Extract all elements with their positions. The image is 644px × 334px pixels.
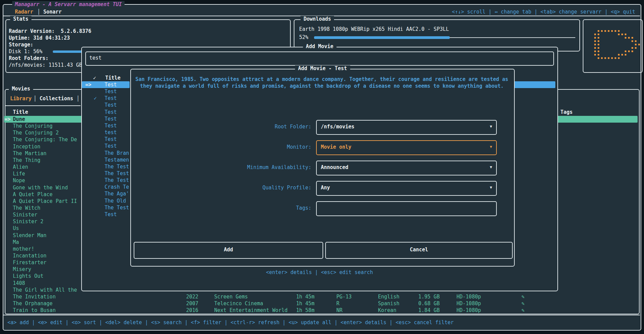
- result-item[interactable]: Test: [105, 109, 130, 116]
- dropdown-caret-icon: ▼: [490, 141, 492, 153]
- field-select[interactable]: /nfs/movies▼: [316, 120, 497, 135]
- logo-dot: [598, 40, 599, 42]
- list-item[interactable]: Lights Out: [13, 273, 43, 279]
- logo-dot: [611, 57, 613, 59]
- stats-uptime: Uptime: 31d 04:31:23: [9, 35, 70, 41]
- logo-dot: [618, 34, 620, 35]
- result-item[interactable]: Crash Te: [105, 184, 130, 190]
- field-label: Minimum Availability:: [135, 164, 311, 171]
- field-input[interactable]: [316, 201, 497, 216]
- result-item[interactable]: Test: [105, 211, 130, 218]
- list-item[interactable]: Life: [13, 170, 25, 177]
- result-item[interactable]: Test: [105, 116, 130, 122]
- result-item[interactable]: Test: [105, 88, 130, 95]
- field-select[interactable]: Announced▼: [316, 161, 497, 175]
- logo-dot: [608, 57, 609, 59]
- logo-dot: [604, 30, 606, 32]
- result-item[interactable]: Test: [105, 95, 130, 102]
- list-item[interactable]: The Martian: [13, 150, 46, 157]
- cancel-button[interactable]: Cancel: [325, 242, 513, 259]
- list-item[interactable]: Incantation: [13, 252, 46, 259]
- result-item[interactable]: The Test: [105, 204, 130, 211]
- tab-library[interactable]: Library: [10, 95, 31, 102]
- movies-panel-title: Movies: [9, 86, 33, 92]
- list-item[interactable]: The Conjuring: [13, 123, 52, 129]
- logo-dot: [594, 47, 596, 49]
- download-item: Earth 1998 1080p WEBRip x265 Hindi AAC2.…: [299, 26, 449, 33]
- result-item[interactable]: The Aga': [105, 190, 130, 197]
- list-item[interactable]: Inception: [13, 143, 40, 150]
- result-item[interactable]: test: [105, 129, 130, 136]
- result-item[interactable]: Test: [105, 81, 117, 88]
- field-label: Tags:: [135, 205, 311, 211]
- list-item[interactable]: Gone with the Wind: [13, 184, 68, 191]
- list-item[interactable]: The Invitation: [13, 293, 55, 300]
- table-cell-runtime: 1h 45m: [296, 300, 314, 307]
- radarr-logo-icon: [587, 30, 638, 62]
- table-cell-certification: R: [336, 300, 339, 307]
- logo-dot: [598, 50, 599, 52]
- logo-dot: [621, 34, 623, 35]
- result-item[interactable]: Testamen: [105, 156, 130, 163]
- list-item[interactable]: mother!: [13, 246, 34, 252]
- edit-pencil-icon: ✎: [521, 307, 525, 314]
- result-item[interactable]: The Test: [105, 170, 130, 177]
- list-item[interactable]: Train to Busan: [13, 307, 55, 314]
- list-item[interactable]: A Quiet Place Part II: [13, 198, 77, 205]
- table-cell-year: 2016: [186, 307, 198, 314]
- table-cell-language: English: [378, 293, 399, 300]
- field-select[interactable]: Movie only▼: [316, 140, 497, 155]
- movie-description: San Francisco, 1985. Two opposites attra…: [135, 76, 509, 89]
- results-header-check-icon: ✓: [93, 75, 96, 81]
- logo-dot: [594, 54, 596, 56]
- list-item[interactable]: The Witch: [13, 205, 40, 211]
- selected-arrow-icon: =>: [85, 81, 91, 88]
- result-item[interactable]: The Test: [105, 163, 130, 170]
- result-item[interactable]: Test: [105, 136, 130, 143]
- tab-collections[interactable]: Collections: [40, 95, 73, 102]
- logo-dot: [615, 30, 616, 32]
- list-item[interactable]: Sinister: [13, 211, 37, 218]
- add-button[interactable]: Add: [134, 242, 323, 259]
- list-item[interactable]: Ma: [13, 239, 19, 246]
- list-item[interactable]: Alien: [13, 164, 28, 170]
- add-movie-search-input[interactable]: test: [85, 51, 554, 66]
- list-item[interactable]: A Quiet Place: [13, 191, 52, 198]
- logo-dot: [598, 44, 599, 45]
- list-item[interactable]: Sinister 2: [13, 218, 43, 225]
- logo-dot: [604, 57, 606, 59]
- list-item[interactable]: The Conjuring 2: [13, 129, 59, 136]
- list-item[interactable]: Misery: [13, 266, 31, 273]
- tab-sonarr[interactable]: Sonarr: [43, 8, 62, 15]
- library-title-header: Title: [13, 109, 28, 116]
- list-item[interactable]: Nope: [13, 177, 25, 184]
- list-item[interactable]: Firestarter: [13, 259, 46, 266]
- top-keybindings: <↑↓> scroll | ↔ change tab | <tab> chang…: [452, 8, 635, 15]
- library-tab-separator: │: [34, 95, 37, 102]
- list-item[interactable]: The Orphanage: [13, 300, 52, 307]
- list-item[interactable]: Dune: [13, 116, 25, 123]
- result-row-selected-right: [514, 81, 555, 88]
- list-item[interactable]: 1408: [13, 280, 25, 287]
- result-item[interactable]: The Old: [105, 197, 130, 204]
- result-item[interactable]: Test: [105, 122, 130, 129]
- download-percent: 52%: [299, 34, 308, 41]
- logo-dot: [594, 34, 596, 35]
- table-cell-quality: HD-1080p: [457, 300, 481, 307]
- edit-pencil-icon: ✎: [521, 293, 525, 300]
- tab-radarr[interactable]: Radarr: [15, 8, 33, 15]
- list-item[interactable]: The Thing: [13, 157, 40, 164]
- add-movie-modal: Add Movie - Test San Francisco, 1985. Tw…: [130, 69, 515, 267]
- field-select[interactable]: Any▼: [316, 181, 497, 196]
- logo-dot: [631, 47, 633, 49]
- app-window: Managarr - A Servarr management TUI <↑↓>…: [0, 0, 644, 334]
- result-item[interactable]: The Bran: [105, 150, 130, 156]
- list-item[interactable]: The Conjuring: The De: [13, 136, 77, 143]
- list-item[interactable]: Us: [13, 225, 19, 232]
- result-item[interactable]: The Test: [105, 177, 130, 184]
- list-item[interactable]: The Girl with All the: [13, 287, 77, 293]
- table-cell-size: 1.84 GB: [418, 307, 440, 314]
- result-item[interactable]: Test: [105, 102, 130, 108]
- list-item[interactable]: Slender Man: [13, 232, 46, 239]
- result-item[interactable]: Test: [105, 143, 130, 149]
